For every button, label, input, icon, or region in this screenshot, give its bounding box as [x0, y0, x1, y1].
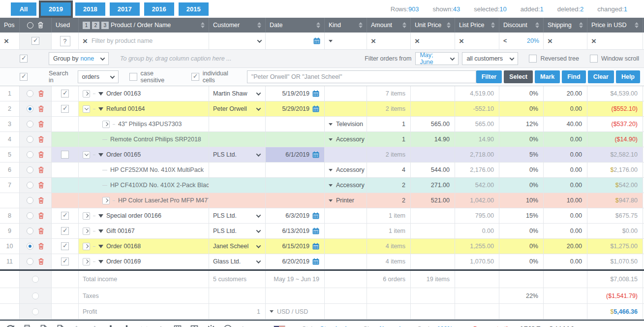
summary-date-value[interactable]: USD / USD	[277, 308, 308, 315]
unit-price-cell[interactable]	[411, 208, 455, 223]
row-radio-button[interactable]	[27, 258, 33, 265]
kind-cell[interactable]	[325, 208, 367, 223]
row-radio-button[interactable]	[27, 182, 33, 189]
list-price-cell[interactable]: 2,718.00	[455, 147, 499, 162]
discount-cell[interactable]: 0%	[499, 254, 544, 269]
customer-cell[interactable]: PLS Ltd.	[209, 224, 266, 238]
price-value[interactable]: ($552.10)	[611, 105, 638, 112]
amount-cell[interactable]: 7 items	[367, 86, 411, 101]
chevron-down-icon[interactable]	[256, 213, 261, 218]
expander-button[interactable]	[83, 243, 90, 250]
search-bar-checkbox[interactable]	[20, 73, 28, 81]
trash-icon[interactable]	[38, 136, 44, 143]
date-cell[interactable]: 5/19/2019	[266, 86, 325, 101]
refresh-icon[interactable]	[5, 324, 15, 327]
price-value[interactable]: $675.75	[615, 212, 638, 219]
group-by-select[interactable]: Group by none	[49, 52, 109, 65]
shipping-cell[interactable]: 0.00	[544, 254, 587, 269]
caret-down-icon[interactable]	[98, 229, 103, 233]
col-header-shipping[interactable]: Shipping	[544, 18, 587, 33]
chevron-down-icon[interactable]	[256, 243, 261, 248]
undo-icon[interactable]	[72, 324, 82, 327]
print-icon[interactable]	[22, 324, 32, 327]
kind-cell[interactable]	[325, 101, 367, 116]
excel-icon[interactable]	[55, 324, 65, 327]
row-radio-button[interactable]	[27, 121, 33, 128]
used-checkbox[interactable]	[61, 227, 69, 235]
calendar-icon[interactable]	[312, 151, 319, 158]
list-price-cell[interactable]: 542.00	[455, 178, 499, 193]
price-value[interactable]: 542.00	[619, 182, 638, 189]
price-value[interactable]: 5,466.36	[613, 308, 638, 315]
discount-cell[interactable]: 0%	[499, 224, 544, 238]
unit-price-cell[interactable]	[411, 239, 455, 254]
trash-icon[interactable]	[38, 151, 44, 158]
col-header-price-usd[interactable]: Price in USD	[587, 18, 643, 33]
amount-cell[interactable]: 1	[367, 117, 411, 131]
discount-cell[interactable]: 0%	[499, 178, 544, 193]
shipping-cell[interactable]: 0.00	[544, 132, 587, 147]
caret-down-icon[interactable]	[98, 153, 103, 157]
customer-cell[interactable]: Peter Orwell	[209, 101, 266, 116]
kind-cell[interactable]	[325, 86, 367, 101]
col-header-unit-price[interactable]: Unit Price	[411, 18, 455, 33]
discount-cell[interactable]: 0%	[499, 86, 544, 101]
price-value[interactable]: $1,070.50	[610, 258, 638, 265]
unit-price-cell[interactable]	[411, 224, 455, 238]
calendar-icon[interactable]	[312, 243, 319, 250]
help-icon[interactable]: ?	[222, 324, 233, 327]
date-cell[interactable]: 6/13/2019	[266, 224, 325, 238]
window-scroll-checkbox[interactable]	[590, 55, 598, 63]
discount-cell[interactable]: 15%	[499, 208, 544, 223]
us-flag-icon[interactable]	[274, 326, 285, 327]
row-radio-button[interactable]	[27, 228, 33, 234]
mark-button[interactable]: Mark	[535, 70, 560, 83]
amount-cell[interactable]: 1	[367, 132, 411, 147]
product-cell[interactable]: Remote Control Philips SRP2018	[79, 132, 209, 147]
row-name[interactable]: Order 00168	[106, 243, 141, 250]
tab-2016[interactable]: 2016	[144, 2, 174, 16]
calendar-icon[interactable]	[312, 105, 319, 112]
clear-filter-icon[interactable]: ×	[83, 37, 88, 45]
group-bar-checkbox[interactable]	[20, 55, 28, 63]
summary-discount-cell[interactable]: 22%	[499, 288, 544, 303]
summary-discount-cell[interactable]	[499, 271, 544, 288]
unit-price-cell[interactable]: 271.00	[411, 178, 455, 193]
kind-filter-caret-icon[interactable]	[329, 40, 333, 42]
date-cell[interactable]	[266, 132, 325, 147]
customer-cell[interactable]	[209, 193, 266, 208]
shipping-cell[interactable]: 40.00	[544, 117, 587, 131]
shipping-cell[interactable]: 20.00	[544, 239, 587, 254]
shipping-cell[interactable]: 0.00	[544, 178, 587, 193]
row-name[interactable]: HP CF252XM No. 410X MultiPack	[110, 166, 204, 173]
individual-cells-checkbox[interactable]	[191, 73, 199, 81]
caret-down-icon[interactable]	[98, 92, 103, 96]
expander-button[interactable]	[83, 90, 90, 98]
row-name[interactable]: 43" Philips 43PUS7303	[118, 121, 182, 128]
summary-radio-button[interactable]	[32, 276, 39, 283]
kind-cell[interactable]	[325, 224, 367, 238]
price-usd-cell[interactable]: $1,275.00	[587, 239, 643, 254]
price-value[interactable]: $1,275.00	[610, 243, 638, 250]
currency-caret-icon[interactable]	[270, 310, 274, 313]
columns-icon[interactable]	[189, 324, 199, 327]
used-checkbox[interactable]	[61, 151, 69, 159]
date-cell[interactable]	[266, 178, 325, 193]
amount-cell[interactable]: 1 item	[367, 208, 411, 223]
row-radio-button[interactable]	[27, 166, 33, 173]
shipping-cell[interactable]: 20.00	[544, 86, 587, 101]
date-cell[interactable]: 5/29/2019	[266, 101, 325, 116]
price-usd-cell[interactable]: ($14.90)	[587, 132, 643, 147]
shipping-cell[interactable]: 10.00	[544, 193, 587, 208]
trash-icon[interactable]	[38, 182, 44, 189]
shipping-cell[interactable]: 0.00	[544, 101, 587, 116]
redo-icon[interactable]	[89, 324, 99, 327]
tab-2019[interactable]: 2019	[41, 2, 71, 16]
used-checkbox[interactable]	[61, 258, 69, 265]
product-cell[interactable]: HP CF252XM No. 410X MultiPack	[79, 163, 209, 177]
row-radio-button[interactable]	[27, 105, 33, 112]
unit-price-cell[interactable]	[411, 86, 455, 101]
expander-button[interactable]	[83, 228, 90, 235]
expander-button[interactable]	[83, 212, 90, 220]
list-price-cell[interactable]: 565.00	[455, 117, 499, 131]
